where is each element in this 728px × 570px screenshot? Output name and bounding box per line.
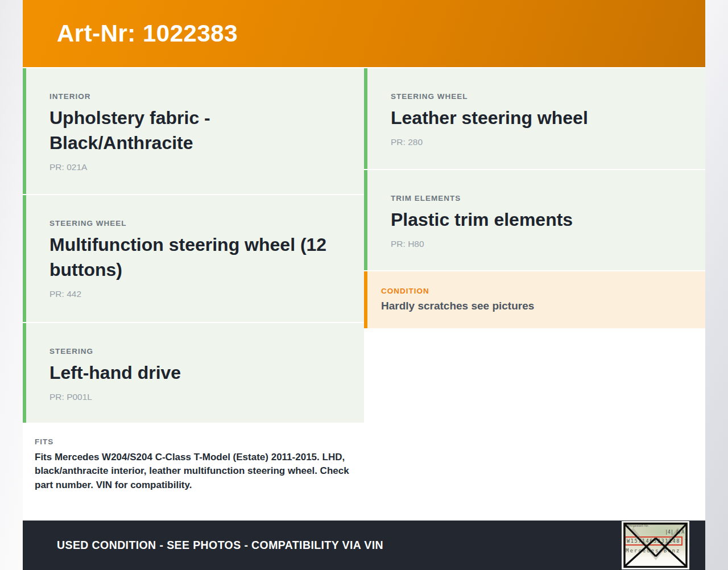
spec-card-label: STEERING WHEEL: [391, 92, 685, 101]
spec-card-interior: INTERIOR Upholstery fabric - Black/Anthr…: [23, 68, 364, 194]
spec-card-trim-elements: TRIM ELEMENTS Plastic trim elements PR: …: [364, 170, 705, 270]
right-column-filler: [364, 328, 705, 521]
spec-card-steering: STEERING Left-hand drive PR: P001L: [23, 323, 364, 423]
spec-card-pr-code: PR: 280: [391, 137, 685, 147]
spec-card-pr-code: PR: 442: [49, 289, 344, 299]
spec-card-title: Multifunction steering wheel (12 buttons…: [49, 232, 343, 282]
vin-plate-paper: Fahrgestell-Nr. |4| A/A W1571463J31148 7…: [623, 522, 688, 568]
content-area: Art-Nr: 1022383 INTERIOR Upholstery fabr…: [23, 0, 705, 570]
spec-card-title: Left-hand drive: [49, 360, 343, 385]
condition-text: Hardly scratches see pictures: [381, 300, 692, 312]
fits-description: Fits Mercedes W204/S204 C-Class T-Model …: [35, 451, 350, 492]
spec-card-leather-steering-wheel: STEERING WHEEL Leather steering wheel PR…: [364, 68, 705, 169]
spec-card-label: STEERING: [49, 347, 344, 356]
product-listing-page: Art-Nr: 1022383 INTERIOR Upholstery fabr…: [0, 0, 728, 570]
spec-card-pr-code: PR: P001L: [49, 392, 344, 402]
left-column: INTERIOR Upholstery fabric - Black/Anthr…: [23, 67, 364, 521]
right-margin-strip: [705, 0, 728, 570]
fits-card: FITS Fits Mercedes W204/S204 C-Class T-M…: [23, 424, 364, 521]
spec-columns: INTERIOR Upholstery fabric - Black/Anthr…: [23, 67, 705, 521]
spec-card-title: Upholstery fabric - Black/Anthracite: [49, 105, 343, 155]
footer-banner: USED CONDITION - SEE PHOTOS - COMPATIBIL…: [23, 521, 705, 570]
spec-card-steering-wheel-multifunction: STEERING WHEEL Multifunction steering wh…: [23, 195, 364, 322]
right-column: STEERING WHEEL Leather steering wheel PR…: [364, 67, 705, 521]
spec-card-label: INTERIOR: [49, 92, 344, 101]
condition-card: CONDITION Hardly scratches see pictures: [364, 271, 705, 328]
spec-card-pr-code: PR: 021A: [49, 162, 344, 172]
header-banner: Art-Nr: 1022383: [23, 0, 705, 67]
condition-label: CONDITION: [381, 287, 692, 295]
footer-banner-text: USED CONDITION - SEE PHOTOS - COMPATIBIL…: [57, 539, 383, 552]
fits-label: FITS: [35, 437, 350, 446]
spec-card-pr-code: PR: H80: [391, 239, 685, 249]
spec-card-title: Leather steering wheel: [391, 105, 684, 130]
vin-plate-photo: Fahrgestell-Nr. |4| A/A W1571463J31148 7…: [622, 521, 689, 569]
article-number-title: Art-Nr: 1022383: [57, 20, 238, 47]
spec-card-label: STEERING WHEEL: [49, 219, 344, 228]
left-margin-strip: [0, 0, 23, 570]
spec-card-title: Plastic trim elements: [391, 207, 684, 232]
envelope-icon: [623, 522, 688, 568]
spec-card-label: TRIM ELEMENTS: [391, 194, 685, 203]
